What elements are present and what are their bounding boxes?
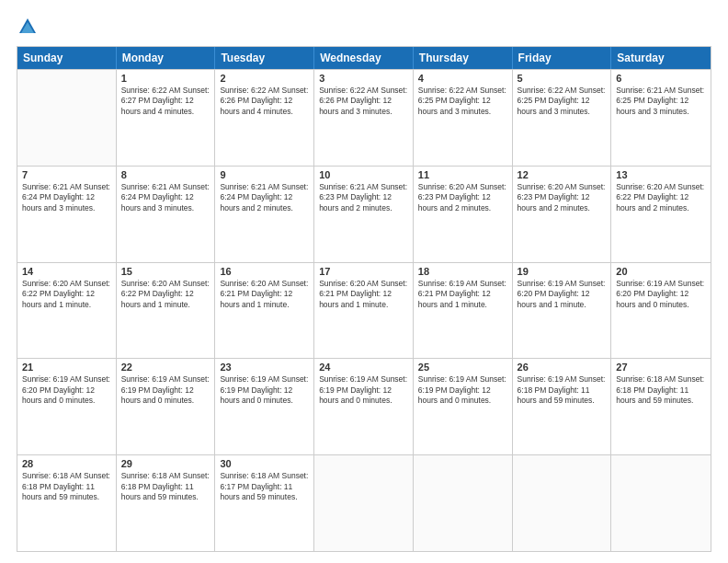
- cal-cell: 25Sunrise: 6:19 AM Sunset: 6:19 PM Dayli…: [414, 359, 513, 454]
- day-number: 29: [121, 458, 210, 469]
- cal-cell: 30Sunrise: 6:18 AM Sunset: 6:17 PM Dayli…: [215, 455, 314, 551]
- day-header-saturday: Saturday: [611, 47, 711, 69]
- cell-info: Sunrise: 6:21 AM Sunset: 6:25 PM Dayligh…: [616, 86, 706, 117]
- cell-info: Sunrise: 6:19 AM Sunset: 6:19 PM Dayligh…: [220, 374, 309, 406]
- header: [17, 17, 711, 37]
- day-number: 8: [121, 169, 210, 180]
- cal-cell: 11Sunrise: 6:20 AM Sunset: 6:23 PM Dayli…: [414, 167, 513, 262]
- day-header-friday: Friday: [513, 47, 612, 69]
- cell-info: Sunrise: 6:20 AM Sunset: 6:21 PM Dayligh…: [220, 279, 309, 310]
- day-number: 24: [319, 362, 408, 373]
- cal-cell: 17Sunrise: 6:20 AM Sunset: 6:21 PM Dayli…: [314, 263, 414, 359]
- cal-cell: 10Sunrise: 6:21 AM Sunset: 6:23 PM Dayli…: [314, 167, 414, 262]
- day-number: 7: [22, 169, 111, 180]
- day-number: 9: [220, 169, 309, 180]
- cell-info: Sunrise: 6:22 AM Sunset: 6:26 PM Dayligh…: [220, 86, 309, 117]
- cal-cell: 19Sunrise: 6:19 AM Sunset: 6:20 PM Dayli…: [513, 263, 612, 359]
- cell-info: Sunrise: 6:20 AM Sunset: 6:23 PM Dayligh…: [418, 182, 507, 213]
- cal-cell: 23Sunrise: 6:19 AM Sunset: 6:19 PM Dayli…: [215, 359, 314, 454]
- day-number: 28: [22, 458, 111, 469]
- day-number: 19: [518, 266, 607, 277]
- cal-cell: 5Sunrise: 6:22 AM Sunset: 6:25 PM Daylig…: [513, 70, 612, 166]
- cal-cell: 24Sunrise: 6:19 AM Sunset: 6:19 PM Dayli…: [314, 359, 414, 454]
- cal-cell: 26Sunrise: 6:19 AM Sunset: 6:18 PM Dayli…: [513, 359, 612, 454]
- calendar-header: SundayMondayTuesdayWednesdayThursdayFrid…: [17, 47, 711, 69]
- cal-cell: 15Sunrise: 6:20 AM Sunset: 6:22 PM Dayli…: [117, 263, 216, 359]
- cell-info: Sunrise: 6:21 AM Sunset: 6:24 PM Dayligh…: [121, 182, 210, 213]
- day-number: 26: [518, 362, 607, 373]
- cell-info: Sunrise: 6:20 AM Sunset: 6:23 PM Dayligh…: [518, 182, 607, 213]
- day-number: 16: [220, 266, 309, 277]
- cell-info: Sunrise: 6:20 AM Sunset: 6:22 PM Dayligh…: [22, 279, 111, 310]
- logo-text: [17, 17, 38, 37]
- cal-cell: 21Sunrise: 6:19 AM Sunset: 6:20 PM Dayli…: [17, 359, 117, 454]
- day-number: 12: [518, 169, 607, 180]
- cell-info: Sunrise: 6:19 AM Sunset: 6:21 PM Dayligh…: [418, 279, 507, 310]
- day-number: 6: [616, 73, 706, 84]
- cell-info: Sunrise: 6:19 AM Sunset: 6:20 PM Dayligh…: [616, 279, 706, 310]
- calendar-body: 1Sunrise: 6:22 AM Sunset: 6:27 PM Daylig…: [17, 69, 711, 551]
- cal-cell: 8Sunrise: 6:21 AM Sunset: 6:24 PM Daylig…: [117, 167, 216, 262]
- day-number: 25: [418, 362, 507, 373]
- cell-info: Sunrise: 6:22 AM Sunset: 6:27 PM Dayligh…: [121, 86, 210, 117]
- cal-cell: 29Sunrise: 6:18 AM Sunset: 6:18 PM Dayli…: [117, 455, 216, 551]
- logo-icon: [17, 17, 38, 37]
- cell-info: Sunrise: 6:21 AM Sunset: 6:23 PM Dayligh…: [319, 182, 408, 213]
- cell-info: Sunrise: 6:19 AM Sunset: 6:20 PM Dayligh…: [518, 279, 607, 310]
- day-number: 23: [220, 362, 309, 373]
- day-number: 17: [319, 266, 408, 277]
- day-number: 30: [220, 458, 309, 469]
- cell-info: Sunrise: 6:21 AM Sunset: 6:24 PM Dayligh…: [22, 182, 111, 213]
- cell-info: Sunrise: 6:18 AM Sunset: 6:18 PM Dayligh…: [616, 374, 706, 406]
- day-number: 21: [22, 362, 111, 373]
- cell-info: Sunrise: 6:19 AM Sunset: 6:18 PM Dayligh…: [518, 374, 607, 406]
- week-row-2: 7Sunrise: 6:21 AM Sunset: 6:24 PM Daylig…: [17, 166, 711, 262]
- cal-cell: 6Sunrise: 6:21 AM Sunset: 6:25 PM Daylig…: [611, 70, 711, 166]
- cell-info: Sunrise: 6:19 AM Sunset: 6:19 PM Dayligh…: [121, 374, 210, 406]
- day-number: 27: [616, 362, 706, 373]
- day-number: 10: [319, 169, 408, 180]
- cal-cell: 2Sunrise: 6:22 AM Sunset: 6:26 PM Daylig…: [215, 70, 314, 166]
- cell-info: Sunrise: 6:22 AM Sunset: 6:25 PM Dayligh…: [518, 86, 607, 117]
- page: SundayMondayTuesdayWednesdayThursdayFrid…: [0, 0, 728, 563]
- calendar: SundayMondayTuesdayWednesdayThursdayFrid…: [17, 46, 711, 552]
- cal-cell: 14Sunrise: 6:20 AM Sunset: 6:22 PM Dayli…: [17, 263, 117, 359]
- cell-info: Sunrise: 6:18 AM Sunset: 6:17 PM Dayligh…: [220, 471, 309, 502]
- cell-info: Sunrise: 6:21 AM Sunset: 6:24 PM Dayligh…: [220, 182, 309, 213]
- cal-cell: 18Sunrise: 6:19 AM Sunset: 6:21 PM Dayli…: [414, 263, 513, 359]
- cell-info: Sunrise: 6:19 AM Sunset: 6:19 PM Dayligh…: [319, 374, 408, 406]
- cal-cell: 13Sunrise: 6:20 AM Sunset: 6:22 PM Dayli…: [611, 167, 711, 262]
- week-row-1: 1Sunrise: 6:22 AM Sunset: 6:27 PM Daylig…: [17, 69, 711, 166]
- cal-cell: 12Sunrise: 6:20 AM Sunset: 6:23 PM Dayli…: [513, 167, 612, 262]
- day-number: 4: [418, 73, 507, 84]
- day-number: 13: [616, 169, 706, 180]
- cell-info: Sunrise: 6:20 AM Sunset: 6:21 PM Dayligh…: [319, 279, 408, 310]
- day-number: 5: [518, 73, 607, 84]
- cal-cell: 9Sunrise: 6:21 AM Sunset: 6:24 PM Daylig…: [215, 167, 314, 262]
- day-number: 18: [418, 266, 507, 277]
- day-number: 22: [121, 362, 210, 373]
- day-number: 2: [220, 73, 309, 84]
- day-header-monday: Monday: [117, 47, 216, 69]
- cal-cell: 22Sunrise: 6:19 AM Sunset: 6:19 PM Dayli…: [117, 359, 216, 454]
- cell-info: Sunrise: 6:20 AM Sunset: 6:22 PM Dayligh…: [121, 279, 210, 310]
- cell-info: Sunrise: 6:19 AM Sunset: 6:20 PM Dayligh…: [22, 374, 111, 406]
- cell-info: Sunrise: 6:22 AM Sunset: 6:25 PM Dayligh…: [418, 86, 507, 117]
- day-header-wednesday: Wednesday: [314, 47, 414, 69]
- cal-cell: [414, 455, 513, 551]
- day-number: 14: [22, 266, 111, 277]
- cal-cell: 27Sunrise: 6:18 AM Sunset: 6:18 PM Dayli…: [611, 359, 711, 454]
- day-header-thursday: Thursday: [414, 47, 513, 69]
- day-number: 20: [616, 266, 706, 277]
- week-row-3: 14Sunrise: 6:20 AM Sunset: 6:22 PM Dayli…: [17, 262, 711, 359]
- cal-cell: [17, 70, 117, 166]
- cal-cell: 3Sunrise: 6:22 AM Sunset: 6:26 PM Daylig…: [314, 70, 414, 166]
- day-number: 3: [319, 73, 408, 84]
- cell-info: Sunrise: 6:22 AM Sunset: 6:26 PM Dayligh…: [319, 86, 408, 117]
- week-row-4: 21Sunrise: 6:19 AM Sunset: 6:20 PM Dayli…: [17, 358, 711, 454]
- cell-info: Sunrise: 6:19 AM Sunset: 6:19 PM Dayligh…: [418, 374, 507, 406]
- day-header-tuesday: Tuesday: [215, 47, 314, 69]
- cal-cell: 1Sunrise: 6:22 AM Sunset: 6:27 PM Daylig…: [117, 70, 216, 166]
- cell-info: Sunrise: 6:18 AM Sunset: 6:18 PM Dayligh…: [121, 471, 210, 502]
- week-row-5: 28Sunrise: 6:18 AM Sunset: 6:18 PM Dayli…: [17, 454, 711, 551]
